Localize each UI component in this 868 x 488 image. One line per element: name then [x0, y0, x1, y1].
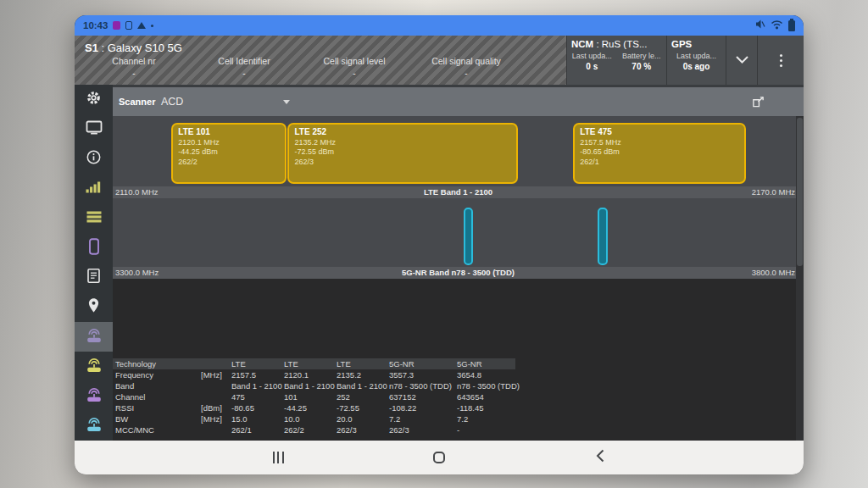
row-label: MCC/MNC: [115, 424, 154, 435]
expand-button[interactable]: [726, 36, 757, 85]
sidebar-item-scanner-yellow[interactable]: [75, 352, 113, 381]
gear-icon: [86, 90, 102, 109]
cell: -118.45: [457, 402, 484, 413]
cell: 3654.8: [457, 369, 481, 380]
recents-button[interactable]: [269, 448, 287, 467]
header-menu-button[interactable]: [757, 36, 804, 85]
lte-band-chart: LTE 1012120.1 MHz-44.25 dBm262/2LTE 2522…: [113, 116, 804, 186]
cell: LTE: [284, 358, 298, 369]
chevron-down-icon: [735, 53, 749, 68]
status-bar-right: [754, 18, 795, 33]
cell: 5G-NR: [457, 358, 482, 369]
row-unit: [dBm]: [201, 402, 222, 413]
band-name: LTE Band 1 - 2100: [113, 186, 804, 198]
cell: 2157.5: [231, 369, 256, 380]
mute-icon: [754, 18, 765, 33]
cell: 643654: [457, 391, 484, 402]
carrier-detail: -72.55 dBm: [294, 147, 511, 156]
carrier-nr-3557.3[interactable]: [464, 208, 474, 265]
results-area: TechnologyLTELTELTE5G-NR5G-NRFrequency[M…: [113, 279, 804, 441]
carrier-lte-101[interactable]: LTE 1012120.1 MHz-44.25 dBm262/2: [171, 123, 287, 184]
back-button[interactable]: [591, 448, 609, 467]
cell: 2120.1: [284, 369, 309, 380]
table-row-technology: TechnologyLTELTELTE5G-NR5G-NR: [113, 358, 515, 369]
sidebar-item-scanner-purple[interactable]: [75, 381, 113, 411]
signal-icon: [86, 180, 102, 197]
ncm-panel[interactable]: NCM : RuS (TS... Last upda... 0 s Batter…: [566, 36, 666, 85]
carrier-title: LTE 252: [294, 127, 511, 136]
cell: -80.65: [231, 402, 254, 413]
cell: 20.0: [337, 413, 353, 424]
table-row-mcc-mnc: MCC/MNC262/1262/2262/3262/3-: [113, 424, 804, 435]
sidebar-item-map[interactable]: [75, 292, 113, 322]
clock: 10:43: [83, 20, 108, 30]
cell: -44.25: [284, 402, 307, 413]
recents-icon: [273, 452, 284, 463]
sidebar-item-phone[interactable]: [75, 233, 113, 263]
scanner-mode-dropdown[interactable]: ACD: [161, 87, 183, 116]
cell: 262/3: [389, 424, 409, 435]
bars-icon: [86, 211, 102, 226]
table-row-bw: BW[MHz]15.010.020.07.27.2: [113, 413, 804, 424]
cell: 252: [337, 391, 350, 402]
cell: 101: [284, 391, 298, 402]
sidebar-item-scanner-cyan[interactable]: [75, 411, 113, 441]
header-col-cell-id: Cell Identifier-: [189, 56, 299, 78]
carrier-detail: 2120.1 MHz: [178, 138, 280, 147]
sidebar-item-signal[interactable]: [75, 174, 113, 203]
scrollbar-handle[interactable]: [797, 118, 803, 266]
scanner-content: Scanner ACD LTE 1012120.1 MHz-44.25 dBm2…: [113, 85, 804, 441]
carrier-nr-3654.8[interactable]: [598, 208, 608, 265]
home-icon: [433, 452, 445, 463]
carrier-lte-252[interactable]: LTE 2522135.2 MHz-72.55 dBm262/3: [287, 123, 518, 184]
android-nav-bar: [75, 441, 804, 474]
cell: -108.22: [389, 402, 416, 413]
gps-title: GPS: [667, 36, 726, 49]
sidebar-item-layers[interactable]: [75, 203, 113, 233]
cell: 5G-NR: [389, 358, 415, 369]
monitor-icon: [86, 120, 103, 138]
header-col-signal-level: Cell signal level-: [299, 56, 409, 78]
row-label: Band: [115, 380, 134, 391]
cell: 7.2: [457, 413, 468, 424]
band-axis-lte: 2110.0 MHz LTE Band 1 - 2100 2170.0 MHz: [113, 186, 804, 198]
export-button[interactable]: [752, 96, 765, 112]
band-end-freq: 2170.0 MHz: [752, 186, 795, 198]
cell: LTE: [231, 358, 246, 369]
cell: 637152: [389, 391, 416, 402]
carrier-detail: 2135.2 MHz: [294, 138, 511, 147]
kebab-menu-icon: [780, 54, 782, 57]
device-header: S1 : Galaxy S10 5G Channel nr- Cell Iden…: [75, 36, 804, 85]
sidebar-item-scanner[interactable]: [75, 322, 113, 352]
cell: 475: [231, 391, 245, 402]
carrier-detail: -80.65 dBm: [580, 147, 739, 156]
band-end-freq: 3800.0 MHz: [752, 267, 795, 279]
dropdown-caret-icon[interactable]: [283, 100, 290, 104]
home-button[interactable]: [430, 448, 448, 467]
cell: 3557.3: [389, 369, 414, 380]
warning-icon: [137, 22, 146, 29]
toolbar-label: Scanner: [119, 87, 155, 116]
band-name: 5G-NR Band n78 - 3500 (TDD): [113, 267, 804, 279]
carrier-title: LTE 475: [580, 127, 739, 136]
ncm-fields: Last upda... 0 s Battery le... 70 %: [567, 52, 666, 71]
router-icon: [86, 416, 103, 436]
carrier-detail: 262/1: [580, 158, 739, 166]
cell: LTE: [337, 358, 351, 369]
cell: -: [457, 424, 459, 435]
nr-band-chart: [113, 198, 804, 267]
gps-panel[interactable]: GPS Last upda... 0s ago: [666, 36, 726, 85]
table-row-channel: Channel475101252637152643654: [113, 391, 804, 402]
sidebar-item-info[interactable]: [75, 144, 113, 174]
row-label: BW: [115, 413, 128, 424]
cell: 15.0: [231, 413, 248, 424]
sidebar-item-display[interactable]: [75, 114, 113, 144]
header-right-panel: NCM : RuS (TS... Last upda... 0 s Batter…: [566, 36, 804, 85]
table-row-rssi: RSSI[dBm]-80.65-44.25-72.55-108.22-118.4…: [113, 402, 804, 413]
sidebar-item-settings[interactable]: [75, 85, 113, 114]
sidebar-item-logs[interactable]: [75, 263, 113, 292]
cell: n78 - 3500 (TDD): [457, 380, 520, 391]
measurement-table: TechnologyLTELTELTE5G-NR5G-NRFrequency[M…: [113, 358, 804, 435]
carrier-lte-475[interactable]: LTE 4752157.5 MHz-80.65 dBm262/1: [573, 123, 746, 184]
info-icon: [86, 149, 102, 169]
